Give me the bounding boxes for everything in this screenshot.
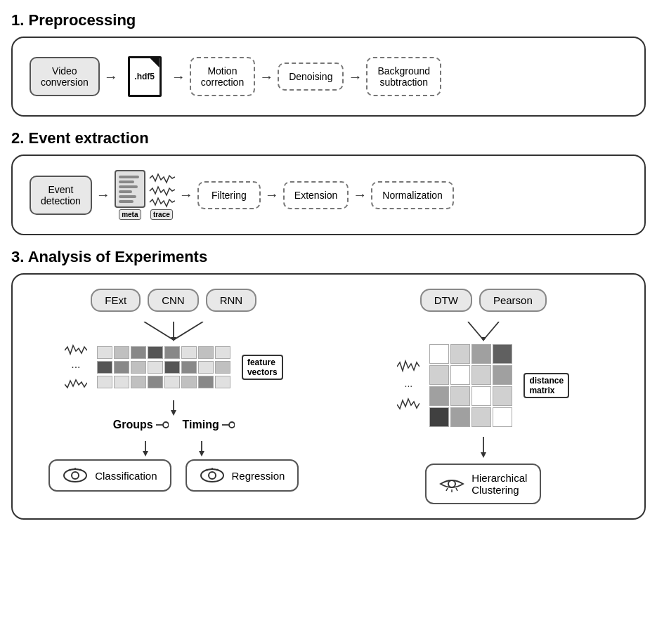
- file-body: .hdf5: [128, 56, 162, 97]
- arrow-down-right-2: [339, 437, 628, 458]
- dm-row-1: [429, 344, 512, 364]
- preprocessing-flow: Videoconversion → .hdf5 → Motioncorrecti…: [30, 52, 627, 101]
- fv-cell: [97, 346, 112, 359]
- groups-timing-row: Groups Timing: [30, 419, 318, 431]
- fv-cell: [164, 361, 180, 374]
- analysis-pipeline: FExt CNN RNN: [11, 273, 646, 520]
- arrows-to-classreg: [30, 441, 318, 456]
- dm-cell: [429, 344, 449, 364]
- fv-cell: [148, 361, 163, 374]
- hdf5-icon: .hdf5: [122, 52, 167, 101]
- background-subtraction-node: Backgroundsubtraction: [366, 57, 441, 96]
- fv-cell: [114, 346, 129, 359]
- arrow-8: →: [353, 187, 367, 203]
- groups-label: Groups: [113, 419, 153, 431]
- dm-cell: [493, 407, 512, 427]
- svg-line-32: [456, 488, 457, 491]
- svg-point-20: [209, 472, 216, 479]
- left-top-nodes: FExt CNN RNN: [30, 289, 318, 312]
- trace-icon: trace: [148, 171, 175, 220]
- dm-signal-svg-2: [397, 397, 419, 412]
- top-to-fv-connector: [131, 322, 216, 341]
- fv-cell: [131, 376, 146, 388]
- meta-icon: meta: [115, 170, 145, 220]
- fv-cell: [198, 346, 214, 359]
- fv-cell: [131, 346, 146, 359]
- dm-to-hc-arrow: [480, 437, 487, 458]
- fv-cell: [97, 376, 112, 388]
- event-detection-node: Eventdetection: [30, 176, 92, 215]
- right-top-connector: [448, 322, 519, 341]
- filtering-node: Filtering: [197, 181, 261, 209]
- fv-row-1: [97, 346, 230, 359]
- meta-box: [115, 170, 145, 208]
- dm-cell: [471, 407, 491, 427]
- fv-cell: [181, 346, 197, 359]
- analysis-right: DTW Pearson: [339, 289, 628, 504]
- hier-clustering-box: HierarchicalClustering: [425, 464, 541, 504]
- dm-cell: [429, 386, 449, 406]
- dm-cell: [429, 365, 449, 385]
- classreg-row: Classification Regression: [30, 459, 318, 492]
- fv-cell: [164, 346, 180, 359]
- fv-cell: [148, 376, 163, 388]
- dm-cell: [471, 365, 491, 385]
- arrow-2: →: [171, 69, 186, 85]
- meta-line-3: [119, 185, 138, 188]
- dm-cell: [450, 386, 470, 406]
- signal-svg-1: [65, 344, 87, 357]
- dm-cell: [493, 365, 512, 385]
- cnn-node: CNN: [148, 289, 199, 312]
- timing-item: Timing: [183, 419, 235, 431]
- meta-line-4: [119, 190, 132, 193]
- analysis-title: 3. Analysis of Experiments: [11, 248, 646, 266]
- dm-cell: [493, 386, 512, 406]
- section-preprocessing: 1. Preprocessing Videoconversion → .hdf5…: [11, 11, 646, 117]
- arrow-3: →: [259, 69, 273, 85]
- dm-cell: [450, 365, 470, 385]
- dm-cell: [471, 386, 491, 406]
- groups-dot: [156, 420, 169, 430]
- svg-point-9: [229, 422, 235, 428]
- dm-grid: [429, 344, 512, 427]
- file-corner: [150, 58, 160, 67]
- normalization-node: Normalization: [371, 181, 454, 209]
- meta-line-2: [119, 180, 134, 183]
- fv-cell: [164, 376, 180, 388]
- dm-cell: [471, 344, 491, 364]
- fv-cell: [181, 376, 197, 388]
- hier-clustering-wrap: HierarchicalClustering: [339, 464, 628, 504]
- fv-cell: [198, 361, 214, 374]
- arrow-down-right-1: [339, 322, 628, 341]
- video-conversion-node: Videoconversion: [30, 57, 100, 96]
- arrow-1: →: [104, 69, 118, 85]
- svg-point-14: [64, 469, 86, 482]
- trace-svg: [148, 171, 175, 209]
- fv-cell: [215, 376, 230, 388]
- groups-item: Groups: [113, 419, 169, 431]
- svg-point-7: [163, 422, 169, 428]
- timing-label: Timing: [183, 419, 219, 431]
- signal-lines: ···: [65, 344, 87, 390]
- fv-row-3: [97, 376, 230, 388]
- classification-label: Classification: [95, 470, 157, 482]
- preprocessing-pipeline: Videoconversion → .hdf5 → Motioncorrecti…: [11, 37, 646, 117]
- distance-matrix-label: distancematrix: [523, 373, 569, 398]
- motion-correction-node: Motioncorrection: [190, 57, 255, 96]
- dm-cell: [493, 344, 512, 364]
- section-event-extraction: 2. Event extraction Eventdetection → met: [11, 129, 646, 235]
- fv-grid-wrap: [97, 346, 230, 388]
- fv-cell: [215, 361, 230, 374]
- dm-row-4: [429, 407, 512, 427]
- fv-cell: [215, 346, 230, 359]
- fv-row-2: [97, 361, 230, 374]
- dtw-node: DTW: [420, 289, 472, 312]
- hdf5-label: .hdf5: [134, 72, 155, 81]
- svg-point-15: [72, 472, 79, 479]
- groups-dot-icon: [156, 420, 169, 430]
- svg-marker-28: [481, 452, 486, 458]
- fv-cell: [181, 361, 197, 374]
- eye-icon-hier: [439, 475, 464, 492]
- right-top-nodes: DTW Pearson: [339, 289, 628, 312]
- svg-line-31: [446, 488, 448, 491]
